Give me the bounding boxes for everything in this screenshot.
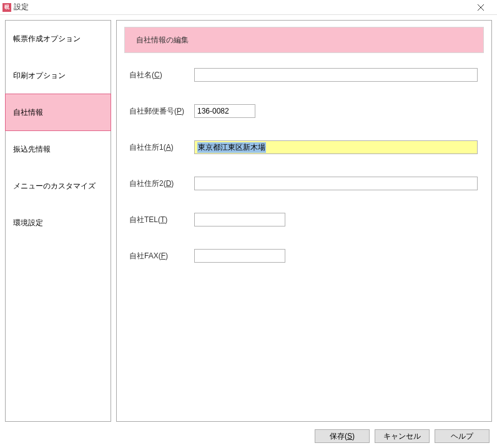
input-address2[interactable] <box>194 177 478 190</box>
row-tel: 自社TEL(T) <box>124 213 484 226</box>
row-fax: 自社FAX(F) <box>124 249 484 263</box>
label-company-name: 自社名(C) <box>129 70 194 80</box>
row-address1: 自社住所1(A) 東京都江東区新木場 <box>124 140 484 154</box>
input-tel[interactable] <box>194 213 285 226</box>
main-panel: 自社情報の編集 自社名(C) 自社郵便番号(P) 自社住所1(A) 東京都江東区… <box>116 20 492 422</box>
sidebar-item-transfer-info[interactable]: 振込先情報 <box>5 130 111 168</box>
row-company-name: 自社名(C) <box>124 68 484 82</box>
label-postal: 自社郵便番号(P) <box>129 106 194 117</box>
sidebar: 帳票作成オプション 印刷オプション 自社情報 振込先情報 メニューのカスタマイズ… <box>5 20 111 422</box>
label-address2: 自社住所2(D) <box>129 178 194 189</box>
help-button[interactable]: ヘルプ <box>435 429 490 443</box>
sidebar-item-label: 帳票作成オプション <box>13 34 81 44</box>
label-fax: 自社FAX(F) <box>129 251 194 261</box>
sidebar-item-label: 振込先情報 <box>13 144 51 155</box>
app-icon: 硯 <box>2 3 11 12</box>
input-company-name[interactable] <box>194 68 478 82</box>
row-address2: 自社住所2(D) <box>124 177 484 190</box>
sidebar-item-menu-customize[interactable]: メニューのカスタマイズ <box>5 167 111 205</box>
panel-header: 自社情報の編集 <box>124 27 484 53</box>
cancel-button[interactable]: キャンセル <box>375 429 430 443</box>
row-postal: 自社郵便番号(P) <box>124 104 484 118</box>
address1-selected-text: 東京都江東区新木場 <box>197 142 266 153</box>
sidebar-item-label: 自社情報 <box>13 107 43 118</box>
sidebar-item-company-info[interactable]: 自社情報 <box>5 94 111 131</box>
sidebar-item-label: 環境設定 <box>13 218 43 228</box>
sidebar-item-label: 印刷オプション <box>13 71 66 81</box>
input-address1[interactable]: 東京都江東区新木場 <box>194 140 478 154</box>
panel-header-title: 自社情報の編集 <box>136 35 189 46</box>
sidebar-item-label: メニューのカスタマイズ <box>13 181 96 192</box>
input-postal[interactable] <box>194 104 255 118</box>
label-tel: 自社TEL(T) <box>129 215 194 225</box>
sidebar-item-print-options[interactable]: 印刷オプション <box>5 57 111 94</box>
window-title: 設定 <box>14 2 29 12</box>
sidebar-item-environment[interactable]: 環境設定 <box>5 204 111 241</box>
input-fax[interactable] <box>194 249 285 263</box>
close-icon <box>478 4 484 11</box>
footer: 保存(S) キャンセル ヘルプ <box>0 427 497 448</box>
close-button[interactable] <box>468 1 493 14</box>
sidebar-item-report-options[interactable]: 帳票作成オプション <box>5 20 111 57</box>
save-button[interactable]: 保存(S) <box>315 429 370 443</box>
titlebar: 硯 設定 <box>0 0 497 15</box>
label-address1: 自社住所1(A) <box>129 142 194 153</box>
